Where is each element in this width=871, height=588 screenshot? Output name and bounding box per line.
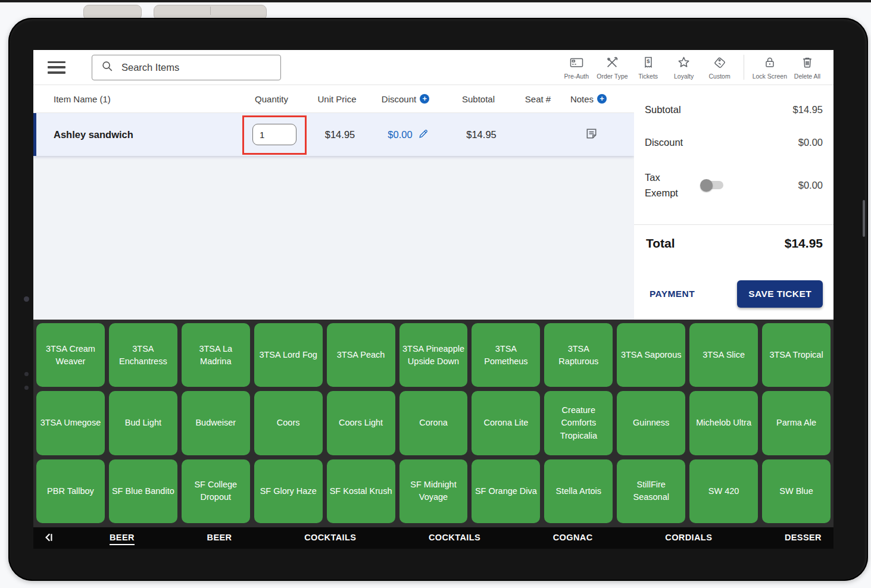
front-camera bbox=[24, 296, 29, 302]
summary-divider bbox=[634, 224, 833, 225]
item-button-guinness[interactable]: Guinness bbox=[617, 391, 685, 455]
item-button-sw-blue[interactable]: SW Blue bbox=[762, 459, 831, 523]
collapse-left-icon[interactable] bbox=[43, 531, 55, 546]
item-button-corona[interactable]: Corona bbox=[399, 391, 468, 455]
tax-exempt-toggle[interactable] bbox=[702, 181, 723, 189]
item-button-sf-blue-bandito[interactable]: SF Blue Bandito bbox=[109, 459, 177, 523]
item-button-3tsa-pineapple-upside-down[interactable]: 3TSA Pineapple Upside Down bbox=[399, 323, 468, 387]
category-tab-desser-6[interactable]: DESSER bbox=[785, 531, 822, 545]
quantity-input[interactable] bbox=[252, 124, 296, 145]
category-tab-beer-0[interactable]: BEER bbox=[110, 531, 135, 545]
item-button-stella-artois[interactable]: Stella Artois bbox=[544, 459, 613, 523]
loyalty-icon bbox=[676, 55, 691, 72]
discount-amount: $0.00 bbox=[798, 137, 823, 148]
item-button-corona-lite[interactable]: Corona Lite bbox=[472, 391, 540, 455]
category-tab-cocktails-2[interactable]: COCKTAILS bbox=[304, 531, 356, 545]
item-button-3tsa-tropical[interactable]: 3TSA Tropical bbox=[762, 323, 831, 387]
toolbar-action-label: Tickets bbox=[638, 73, 658, 80]
item-button-3tsa-cream-weaver[interactable]: 3TSA Cream Weaver bbox=[36, 323, 105, 387]
toolbar-action-label: Lock Screen bbox=[753, 73, 787, 80]
search-input[interactable]: Search Items bbox=[92, 55, 281, 80]
tax-exempt-amount: $0.00 bbox=[798, 180, 823, 191]
item-button-3tsa-enchantress[interactable]: 3TSA Enchantress bbox=[109, 323, 177, 387]
svg-text:$: $ bbox=[647, 58, 650, 64]
add-notes-icon[interactable]: + bbox=[597, 94, 607, 104]
item-grid: 3TSA Cream Weaver3TSA Enchantress3TSA La… bbox=[33, 320, 833, 527]
preauth-icon bbox=[569, 55, 585, 72]
unit-price-value: $14.95 bbox=[310, 129, 370, 140]
category-tab-cognac-4[interactable]: COGNAC bbox=[553, 531, 593, 545]
item-button-3tsa-slice[interactable]: 3TSA Slice bbox=[689, 323, 758, 387]
item-button-3tsa-la-madrina[interactable]: 3TSA La Madrina bbox=[182, 323, 250, 387]
subtotal-value: $14.95 bbox=[447, 129, 516, 140]
item-button-3tsa-peach[interactable]: 3TSA Peach bbox=[327, 323, 395, 387]
item-button-pbr-tallboy[interactable]: PBR Tallboy bbox=[36, 459, 105, 523]
sensor-dot bbox=[24, 372, 29, 376]
item-name: Ashley sandwich bbox=[36, 129, 239, 140]
item-button-3tsa-rapturous[interactable]: 3TSA Rapturous bbox=[544, 323, 613, 387]
item-button-sw-420[interactable]: SW 420 bbox=[689, 459, 758, 523]
ticket-list: Item Name (1) Quantity Unit Price Discou… bbox=[33, 85, 634, 320]
total-label: Total bbox=[646, 236, 675, 251]
tablet-frame: Search Items Pre-AuthOrder Type$TicketsL… bbox=[8, 18, 868, 581]
bezel-highlight bbox=[863, 200, 865, 237]
item-button-coors[interactable]: Coors bbox=[254, 391, 323, 455]
category-tab-beer-1[interactable]: BEER bbox=[207, 531, 232, 545]
item-button-sf-glory-haze[interactable]: SF Glory Haze bbox=[254, 459, 323, 523]
category-tab-cordials-5[interactable]: CORDIALS bbox=[665, 531, 712, 545]
total-row: Total $14.95 bbox=[646, 236, 823, 251]
save-ticket-button[interactable]: SAVE TICKET bbox=[737, 280, 823, 308]
order-summary: Subtotal $14.95 Discount $0.00 Tax Exemp… bbox=[634, 85, 833, 320]
item-button-3tsa-pometheus[interactable]: 3TSA Pometheus bbox=[472, 323, 540, 387]
category-tabs: BEERBEERCOCKTAILSCOCKTAILSCOGNACCORDIALS… bbox=[110, 531, 822, 545]
item-button-3tsa-lord-fog[interactable]: 3TSA Lord Fog bbox=[254, 323, 323, 387]
tickets-icon: $ bbox=[641, 55, 655, 72]
item-button-sf-college-dropout[interactable]: SF College Dropout bbox=[182, 459, 250, 523]
item-button-coors-light[interactable]: Coors Light bbox=[327, 391, 395, 455]
col-discount: Discount + bbox=[367, 94, 444, 104]
discount-value: $0.00 bbox=[388, 129, 412, 140]
toolbar-lock-screen-button[interactable]: Lock Screen bbox=[750, 55, 789, 80]
item-button-sf-midnight-voyage[interactable]: SF Midnight Voyage bbox=[399, 459, 468, 523]
lock-icon bbox=[763, 55, 777, 72]
toolbar-custom-button[interactable]: Custom bbox=[702, 55, 738, 80]
toolbar-action-label: Delete All bbox=[794, 73, 820, 80]
search-placeholder: Search Items bbox=[121, 62, 179, 73]
item-button-3tsa-saporous[interactable]: 3TSA Saporous bbox=[617, 323, 685, 387]
toolbar-actions: Pre-AuthOrder Type$TicketsLoyaltyCustomL… bbox=[558, 55, 825, 80]
toolbar: Search Items Pre-AuthOrder Type$TicketsL… bbox=[33, 50, 833, 85]
item-button-parma-ale[interactable]: Parma Ale bbox=[762, 391, 831, 455]
toolbar-pre-auth-button[interactable]: Pre-Auth bbox=[558, 55, 594, 80]
discount-edit[interactable]: $0.00 bbox=[370, 128, 447, 142]
item-button-michelob-ultra[interactable]: Michelob Ultra bbox=[689, 391, 758, 455]
payment-button[interactable]: PAYMENT bbox=[642, 282, 702, 306]
item-button-stillfire-seasonal[interactable]: StillFire Seasonal bbox=[617, 459, 685, 523]
toolbar-delete-all-button[interactable]: Delete All bbox=[789, 55, 825, 80]
toolbar-action-label: Custom bbox=[709, 73, 730, 80]
quantity-cell bbox=[239, 113, 310, 156]
item-button-creature-comforts-tropicalia[interactable]: Creature Comforts Tropicalia bbox=[544, 391, 613, 455]
pencil-icon bbox=[418, 128, 429, 142]
ticket-item-row[interactable]: Ashley sandwich $14.95 $0.00 bbox=[33, 113, 634, 156]
category-tab-cocktails-3[interactable]: COCKTAILS bbox=[429, 531, 480, 545]
search-icon bbox=[101, 60, 114, 75]
item-button-budweiser[interactable]: Budweiser bbox=[182, 391, 250, 455]
toolbar-divider bbox=[744, 55, 744, 80]
notes-button[interactable] bbox=[566, 127, 617, 143]
add-discount-icon[interactable]: + bbox=[420, 94, 429, 104]
menu-icon[interactable] bbox=[48, 61, 65, 74]
item-button-3tsa-umegose[interactable]: 3TSA Umegose bbox=[36, 391, 105, 455]
item-button-sf-orange-diva[interactable]: SF Orange Diva bbox=[472, 459, 540, 523]
note-icon bbox=[585, 127, 598, 143]
col-seat: Seat # bbox=[513, 94, 563, 104]
toolbar-tickets-button[interactable]: $Tickets bbox=[630, 55, 666, 80]
item-button-sf-kostal-krush[interactable]: SF Kostal Krush bbox=[327, 459, 395, 523]
col-notes: Notes + bbox=[563, 94, 614, 104]
sensor-dot bbox=[24, 386, 29, 390]
toolbar-loyalty-button[interactable]: Loyalty bbox=[666, 55, 702, 80]
window-edge bbox=[0, 0, 871, 2]
ticket-area: Item Name (1) Quantity Unit Price Discou… bbox=[33, 85, 833, 320]
item-button-bud-light[interactable]: Bud Light bbox=[109, 391, 177, 455]
toolbar-order-type-button[interactable]: Order Type bbox=[594, 55, 630, 80]
tax-exempt-label: Tax Exempt bbox=[645, 170, 688, 201]
